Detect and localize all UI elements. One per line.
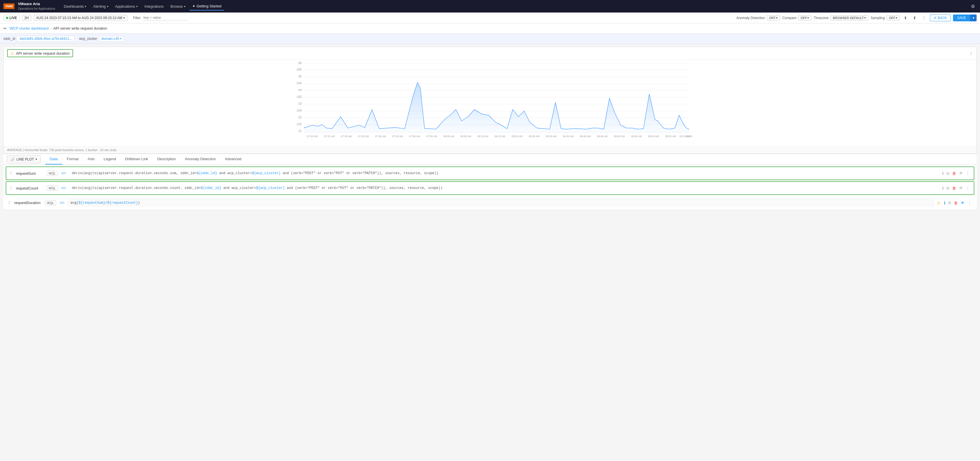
share-icon[interactable]: ⬆: [902, 15, 909, 21]
svg-text:.025: .025: [296, 109, 302, 112]
query-row-request-sum: ⠿ requestSum WQL </> deriv(avg(ts(apiser…: [6, 166, 974, 180]
code-toggle-request-count[interactable]: </>: [60, 185, 67, 191]
nav-dashboards[interactable]: Dashboards ▾: [61, 3, 89, 10]
svg-text:07:45 AM: 07:45 AM: [392, 135, 403, 138]
svg-text:08:25 AM: 08:25 AM: [529, 135, 539, 138]
tab-advanced[interactable]: Advanced: [220, 154, 246, 164]
variable-bar: sddc_id 4a0c6df1-d5b6-45ec-a7fd-e6411...…: [0, 33, 980, 44]
info-icon[interactable]: ℹ: [943, 200, 946, 206]
svg-text:.015: .015: [296, 123, 302, 126]
code-toggle-request-sum[interactable]: </>: [60, 171, 67, 176]
svg-text:.045: .045: [296, 82, 302, 85]
chevron-down-icon: ▾: [807, 16, 809, 19]
drag-handle-icon[interactable]: ⠿: [8, 201, 12, 205]
more-options-icon[interactable]: ⋮: [967, 200, 972, 206]
compare-toggle[interactable]: OFF ▾: [798, 15, 811, 21]
svg-text:09:15: 09:15: [686, 135, 692, 138]
wql-badge-request-duration[interactable]: WQL: [45, 200, 56, 206]
chevron-down-icon: ▾: [136, 5, 138, 8]
copy-icon[interactable]: ⧉: [946, 185, 950, 191]
delete-icon[interactable]: 🗑: [951, 171, 957, 176]
info-icon[interactable]: ℹ: [942, 171, 944, 176]
svg-text:09:05 AM: 09:05 AM: [665, 135, 676, 138]
chart-type-button[interactable]: 📈 LINE PLOT ▾: [7, 155, 41, 163]
nav-alerting[interactable]: Alerting ▾: [90, 3, 111, 10]
delete-icon[interactable]: 🗑: [951, 185, 957, 191]
nav-integrations[interactable]: Integrations: [142, 3, 167, 10]
nav-browse[interactable]: Browse ▾: [168, 3, 188, 10]
settings-icon[interactable]: ⚙: [969, 2, 977, 11]
chart-more-options[interactable]: ⋮: [969, 51, 973, 56]
warning-icon: ⚠: [11, 51, 14, 56]
svg-text:07:35 AM: 07:35 AM: [358, 135, 369, 138]
collapse-icon[interactable]: ⬆: [911, 15, 918, 21]
more-options-icon[interactable]: ⋮: [965, 171, 970, 176]
app-name: VMware Aria Operations for Applications: [18, 2, 55, 11]
svg-text:08:35 AM: 08:35 AM: [563, 135, 574, 138]
anomaly-detection-toggle[interactable]: OFF ▾: [767, 15, 780, 21]
svg-text:07:40 AM: 07:40 AM: [375, 135, 386, 138]
chart-container: ⚠ API server write request duration ⋮ .0…: [3, 47, 977, 154]
chart-header: ⚠ API server write request duration ⋮: [4, 47, 976, 60]
svg-text:.04: .04: [298, 88, 302, 92]
wcp-cluster-value[interactable]: domain-c45 ▾: [99, 36, 124, 41]
code-toggle-request-duration[interactable]: </>: [58, 200, 65, 206]
warning-icon: ⚠: [936, 200, 941, 206]
query-formula-request-sum: deriv(avg(ts(apiserver.request.duration.…: [69, 170, 939, 176]
tab-format[interactable]: Format: [62, 154, 83, 164]
tab-anomaly-detection[interactable]: Anomaly Detection: [180, 154, 220, 164]
time-range-button[interactable]: AUG 24 2023 07:15:13 AM to AUG 24 2023 0…: [33, 15, 127, 21]
delete-icon[interactable]: 🗑: [953, 200, 958, 206]
svg-text:.01: .01: [298, 129, 302, 132]
drag-handle-icon[interactable]: ⠿: [10, 186, 14, 190]
sampling-toggle[interactable]: OFF ▾: [886, 15, 900, 21]
more-icon[interactable]: ⋮: [920, 15, 928, 21]
svg-text:07:20 AM: 07:20 AM: [307, 135, 318, 138]
copy-icon[interactable]: ⧉: [948, 200, 951, 206]
svg-text:08:10 AM: 08:10 AM: [477, 135, 488, 138]
tab-description[interactable]: Description: [153, 154, 180, 164]
chevron-down-icon: ▾: [35, 158, 37, 161]
query-name-request-count: requestCount: [16, 186, 45, 190]
live-badge[interactable]: LIVE: [3, 15, 20, 21]
drag-handle-icon[interactable]: ⠿: [10, 171, 14, 175]
more-options-icon[interactable]: ⋮: [965, 185, 970, 191]
chart-area: .06 .055 .05 .045 .04 .035 .03 .025 .02 …: [4, 60, 976, 146]
svg-text:08:55 AM: 08:55 AM: [631, 135, 642, 138]
tab-drilldown-link[interactable]: Drilldown Link: [121, 154, 153, 164]
eye-off-icon[interactable]: 👁: [958, 185, 964, 191]
time-preset-button[interactable]: 2H: [22, 15, 31, 21]
back-button[interactable]: ↺ BACK: [930, 14, 951, 21]
tab-bar: 📈 LINE PLOT ▾ Data Format Axis Legend Dr…: [3, 154, 977, 165]
wql-badge-request-count[interactable]: WQL: [47, 185, 58, 191]
nav-getting-started[interactable]: ✦ Getting Started: [189, 2, 224, 11]
chevron-down-icon: ▾: [776, 16, 778, 19]
save-dropdown-button[interactable]: ▾: [970, 14, 977, 21]
info-icon[interactable]: ℹ: [942, 185, 944, 191]
tab-axis[interactable]: Axis: [83, 154, 99, 164]
eye-off-icon[interactable]: 👁: [958, 171, 964, 176]
timezone-toggle[interactable]: BROWSER DEFAULT ▾: [830, 15, 869, 21]
svg-text:09:00 AM: 09:00 AM: [648, 135, 659, 138]
eye-on-icon[interactable]: 👁: [960, 200, 965, 206]
query-formula-request-count: deriv(avg(ts(apiserver.request.duration.…: [69, 185, 939, 191]
wql-badge-request-sum[interactable]: WQL: [47, 171, 58, 176]
edit-dashboard-icon[interactable]: ✏: [3, 26, 7, 31]
svg-text:.05: .05: [298, 75, 302, 78]
tab-legend[interactable]: Legend: [99, 154, 121, 164]
save-main-button[interactable]: SAVE: [953, 14, 970, 21]
tab-data[interactable]: Data: [45, 154, 62, 164]
breadcrumb-parent[interactable]: WCP cluster dashboard: [10, 26, 49, 30]
copy-icon[interactable]: ⧉: [946, 171, 950, 176]
chevron-down-icon: ▾: [896, 16, 897, 19]
svg-text:07:25 AM: 07:25 AM: [324, 135, 335, 138]
clock-icon: ↺: [934, 16, 937, 20]
nav-applications[interactable]: Applications ▾: [112, 3, 140, 10]
svg-text:.035: .035: [296, 95, 302, 99]
sddc-id-value[interactable]: 4a0c6df1-d5b6-45ec-a7fd-e6411...: [17, 36, 75, 41]
svg-text:08:05 AM: 08:05 AM: [460, 135, 471, 138]
svg-text:08:50 AM: 08:50 AM: [614, 135, 625, 138]
filter-input[interactable]: [143, 15, 188, 21]
chart-svg: .06 .055 .05 .045 .04 .035 .03 .025 .02 …: [7, 60, 973, 145]
svg-text:.06: .06: [298, 61, 302, 65]
